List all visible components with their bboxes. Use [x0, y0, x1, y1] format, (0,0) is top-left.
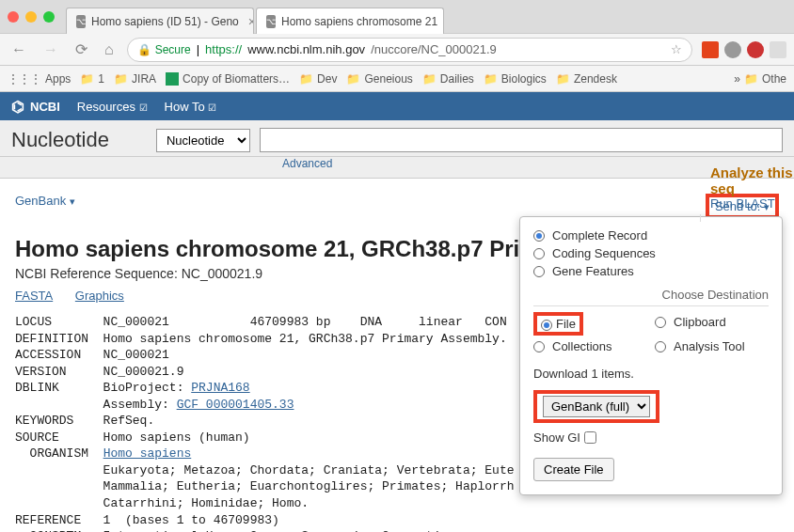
ncbi-howto-menu[interactable]: How To ☑	[165, 100, 217, 114]
flat-reference: REFERENCE 1 (bases 1 to 46709983)	[15, 513, 279, 527]
window-controls	[8, 11, 55, 23]
secure-lock-icon: 🔒 Secure	[137, 43, 191, 56]
flat-locus: LOCUS NC_000021 46709983 bp DNA linear C…	[15, 315, 507, 329]
reload-button[interactable]: ⟳	[71, 40, 91, 58]
bookmark-apps[interactable]: ⋮⋮⋮ Apps	[8, 72, 71, 86]
url-path: /nuccore/NC_000021.9	[371, 42, 497, 56]
search-bar: Nucleotide Nucleotide	[0, 120, 794, 157]
destination-clipboard-option[interactable]: Clipboard	[655, 312, 769, 332]
bookmark-folder[interactable]: 📁Geneious	[346, 72, 412, 86]
radio-icon	[533, 248, 545, 259]
database-title: Nucleotide	[11, 128, 109, 152]
tab-title: Homo sapiens (ID 51) - Geno	[91, 15, 239, 28]
advanced-search-link[interactable]: Advanced	[282, 157, 332, 170]
download-count-label: Download 1 items.	[533, 367, 769, 381]
destination-section-label: Choose Destination	[533, 288, 769, 302]
create-file-button[interactable]: Create File	[533, 458, 614, 481]
back-button[interactable]: ←	[8, 41, 30, 58]
bookmark-folder[interactable]: 📁Biologics	[484, 72, 547, 86]
fasta-link[interactable]: FASTA	[15, 289, 53, 303]
flat-organism-label: ORGANISM	[15, 446, 103, 461]
forward-button[interactable]: →	[40, 41, 62, 58]
chevron-down-icon: ☑	[139, 102, 148, 113]
maximize-window-icon[interactable]	[43, 11, 55, 23]
flat-assembly-label: Assembly:	[15, 398, 177, 412]
show-gi-checkbox-row[interactable]: Show GI	[533, 430, 769, 445]
destination-analysis-option[interactable]: Analysis Tool	[655, 339, 769, 353]
ncbi-logo[interactable]: ⌬ NCBI	[11, 98, 60, 116]
flat-definition: DEFINITION Homo sapiens chromosome 21, G…	[15, 332, 507, 346]
flat-taxonomy: Catarrhini; Hominidae; Homo.	[15, 496, 309, 510]
show-gi-label: Show GI	[533, 430, 580, 445]
bookmark-folder[interactable]: 📁Dev	[299, 72, 337, 86]
flat-source: SOURCE Homo sapiens (human)	[15, 430, 250, 445]
show-gi-checkbox[interactable]	[584, 431, 596, 444]
organism-link[interactable]: Homo sapiens	[103, 446, 192, 461]
radio-icon	[533, 341, 545, 352]
radio-icon	[655, 317, 666, 328]
favicon-icon: ⌥	[266, 15, 276, 28]
bookmark-folder[interactable]: 📁Dailies	[422, 72, 474, 86]
destination-collections-option[interactable]: Collections	[533, 339, 647, 353]
browser-tab-1[interactable]: ⌥ Homo sapiens (ID 51) - Geno ×	[66, 8, 254, 34]
home-button[interactable]: ⌂	[101, 41, 118, 58]
database-select[interactable]: Nucleotide	[156, 129, 250, 152]
destination-file-option[interactable]: File	[533, 312, 647, 336]
url-protocol: https://	[205, 42, 242, 56]
tab-title: Homo sapiens chromosome 21	[281, 15, 437, 28]
graphics-link[interactable]: Graphics	[75, 289, 124, 303]
secure-label: Secure	[155, 43, 191, 56]
analyze-heading: Analyze this seq	[710, 164, 794, 196]
flat-dblink-label: DBLINK BioProject:	[15, 381, 191, 395]
flat-accession: ACCESSION NC_000021	[15, 348, 169, 362]
record-scope-option[interactable]: Coding Sequences	[533, 246, 769, 260]
browser-tab-strip: ⌥ Homo sapiens (ID 51) - Geno × ⌥ Homo s…	[0, 0, 794, 34]
radio-icon	[533, 230, 545, 242]
advanced-row: Advanced	[0, 157, 794, 179]
flat-taxonomy: Mammalia; Eutheria; Euarchontoglires; Pr…	[15, 479, 515, 493]
url-input[interactable]: 🔒 Secure | https://www.ncbi.nlm.nih.gov/…	[127, 38, 692, 62]
bookmark-folder[interactable]: 📁Zendesk	[556, 72, 617, 86]
bookmark-folder[interactable]: 📁1	[80, 72, 104, 86]
ncbi-resources-menu[interactable]: Resources ☑	[77, 100, 148, 114]
caret-down-icon: ▾	[70, 196, 75, 207]
url-host: www.ncbi.nlm.nih.gov	[247, 42, 365, 56]
radio-icon	[541, 320, 552, 331]
send-to-panel: Complete Record Coding Sequences Gene Fe…	[519, 216, 783, 495]
search-input[interactable]	[260, 128, 783, 152]
bioproject-link[interactable]: PRJNA168	[191, 381, 249, 395]
format-select-highlight: GenBank (full)	[533, 390, 659, 423]
radio-icon	[533, 266, 545, 277]
run-blast-link[interactable]: Run BLAST	[710, 196, 794, 211]
right-sidebar: Analyze this seq Run BLAST	[700, 214, 794, 222]
bookmark-item[interactable]: Copy of Biomatters…	[166, 72, 290, 86]
assembly-link[interactable]: GCF_000001405.33	[177, 398, 294, 412]
close-tab-icon[interactable]: ×	[248, 14, 254, 29]
record-scope-option[interactable]: Complete Record	[533, 228, 769, 243]
bookmark-star-icon[interactable]: ☆	[671, 42, 682, 56]
record-scope-option[interactable]: Gene Features	[533, 264, 769, 278]
bookmark-folder[interactable]: 📁JIRA	[114, 72, 156, 86]
address-bar-row: ← → ⟳ ⌂ 🔒 Secure | https://www.ncbi.nlm.…	[0, 34, 794, 66]
close-window-icon[interactable]	[8, 11, 19, 23]
flat-keywords: KEYWORDS RefSeq.	[15, 414, 154, 428]
radio-icon	[655, 341, 666, 352]
download-format-select[interactable]: GenBank (full)	[543, 396, 650, 417]
flat-taxonomy: Eukaryota; Metazoa; Chordata; Craniata; …	[15, 463, 515, 477]
browser-tab-2-active[interactable]: ⌥ Homo sapiens chromosome 21 ×	[256, 8, 444, 34]
bookmarks-bar: ⋮⋮⋮ Apps 📁1 📁JIRA Copy of Biomatters… 📁D…	[0, 66, 794, 92]
minimize-window-icon[interactable]	[25, 11, 37, 23]
favicon-icon: ⌥	[76, 15, 86, 28]
format-dropdown[interactable]: GenBank ▾	[15, 194, 75, 219]
flat-version: VERSION NC_000021.9	[15, 365, 183, 379]
chevron-down-icon: ☑	[208, 102, 216, 113]
ncbi-header: ⌬ NCBI Resources ☑ How To ☑	[0, 92, 794, 120]
